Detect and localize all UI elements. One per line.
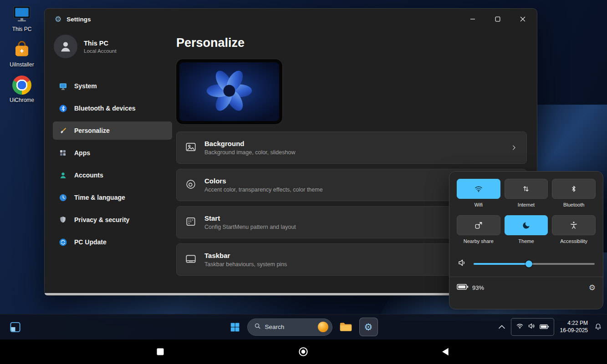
- file-explorer-button[interactable]: [339, 321, 352, 333]
- quick-settings-footer: 93% ⚙: [457, 277, 596, 298]
- bluetooth-icon: [58, 104, 67, 113]
- desktop-icon-this-pc[interactable]: This PC: [5, 4, 39, 32]
- page-title: Personalize: [176, 36, 527, 50]
- desktop-icon-uichrome[interactable]: UiChrome: [5, 75, 39, 103]
- titlebar[interactable]: ⚙ Settings: [45, 9, 537, 30]
- close-button[interactable]: [516, 12, 530, 26]
- taskbar-clock[interactable]: 4:22 PM 16-09-2025: [560, 320, 588, 334]
- sidebar-item-apps[interactable]: Apps: [53, 144, 172, 162]
- gear-icon: ⚙: [364, 322, 373, 333]
- nearby-share-icon: [474, 221, 483, 230]
- installer-bag-icon: [11, 39, 33, 60]
- account-type: Local Account: [84, 48, 117, 54]
- recents-square-icon: [157, 349, 164, 355]
- sidebar-item-pc-update[interactable]: PC Update: [53, 233, 172, 251]
- quick-settings-tiles: Wifi Internet Bluetooth Nearby share: [457, 179, 596, 252]
- sidebar-item-personalize[interactable]: Personalize: [53, 121, 172, 140]
- moon-icon: [522, 221, 530, 230]
- start-button[interactable]: [230, 322, 240, 333]
- theme-tile[interactable]: [505, 215, 548, 235]
- desktop: This PC UiInstaller UiChrome ⚙ Settin: [0, 0, 607, 364]
- sidebar-item-label: Bluetooth & devices: [74, 105, 136, 112]
- sidebar-item-label: System: [74, 82, 97, 90]
- quick-settings-panel: Wifi Internet Bluetooth Nearby share: [449, 171, 603, 309]
- volume-control: [458, 258, 595, 269]
- row-title: Colors: [204, 177, 323, 185]
- clock-date: 16-09-2025: [560, 327, 588, 334]
- sidebar-item-privacy-security[interactable]: Privacy & security: [53, 211, 172, 229]
- home-button[interactable]: [298, 347, 309, 357]
- sidebar-item-label: Privacy & security: [74, 216, 129, 223]
- clock-icon: [58, 193, 67, 202]
- settings-taskbar-button[interactable]: ⚙: [359, 318, 378, 336]
- maximize-button[interactable]: [491, 12, 505, 26]
- tile-label: Bluetooth: [552, 202, 596, 207]
- row-subtitle: Config StartMenu pattern and layout: [204, 224, 296, 230]
- widgets-button[interactable]: [9, 321, 21, 333]
- speaker-icon: [528, 322, 536, 332]
- avatar: [54, 35, 77, 58]
- sidebar-item-label: Apps: [74, 149, 90, 157]
- accessibility-tile[interactable]: [552, 215, 596, 235]
- clock-time: 4:22 PM: [560, 320, 588, 327]
- row-subtitle: Accent color, transparency effects, colo…: [204, 187, 323, 193]
- tray-chevron-up-icon[interactable]: [499, 325, 505, 329]
- desktop-icon-label: UiChrome: [5, 97, 39, 103]
- apps-icon: [58, 148, 67, 157]
- gear-icon[interactable]: ⚙: [589, 283, 596, 293]
- sidebar-item-label: Accounts: [74, 172, 103, 179]
- network-volume-battery-group[interactable]: [511, 318, 554, 336]
- brush-icon: [58, 126, 67, 135]
- desktop-icon-uiinstaller[interactable]: UiInstaller: [5, 39, 39, 68]
- colors-icon: [185, 178, 197, 192]
- sidebar-item-system[interactable]: System: [53, 77, 172, 95]
- sidebar-item-bluetooth-devices[interactable]: Bluetooth & devices: [53, 99, 172, 117]
- nearby-share-tile[interactable]: [457, 215, 500, 235]
- row-title: Background: [204, 140, 295, 147]
- recents-button[interactable]: [157, 349, 164, 355]
- sidebar-item-time-language[interactable]: Time & language: [53, 188, 172, 207]
- person-icon: [59, 40, 72, 53]
- account-card: This PC Local Account: [53, 35, 172, 58]
- wifi-tile[interactable]: [457, 179, 500, 199]
- battery-percent: 93%: [472, 284, 484, 291]
- minimize-button[interactable]: [466, 12, 479, 26]
- home-circle-icon: [298, 347, 309, 357]
- desktop-icon-label: This PC: [5, 26, 39, 32]
- tile-label: Nearby share: [457, 238, 500, 244]
- start-menu-icon: [185, 216, 197, 229]
- volume-slider-thumb[interactable]: [525, 260, 532, 267]
- row-title: Start: [204, 214, 296, 222]
- speaker-icon: [458, 258, 467, 269]
- back-button[interactable]: [442, 348, 449, 356]
- close-icon: [520, 16, 525, 22]
- wifi-icon: [474, 184, 483, 193]
- windows-logo-icon: [230, 322, 240, 333]
- battery-icon: [457, 283, 469, 292]
- accounts-icon: [58, 171, 67, 180]
- folder-icon: [339, 321, 352, 333]
- chrome-icon: [11, 75, 33, 96]
- settings-app-icon: ⚙: [55, 15, 61, 23]
- sidebar-item-label: Personalize: [74, 127, 110, 134]
- taskbar-settings-icon: [185, 253, 197, 267]
- bluetooth-tile[interactable]: [552, 179, 596, 199]
- android-nav-bar: [0, 339, 607, 364]
- search-box[interactable]: Search: [247, 318, 332, 336]
- notifications-bell-icon[interactable]: [594, 323, 602, 331]
- settings-row-background[interactable]: Background Background image, color, slid…: [176, 131, 527, 164]
- desktop-icon-label: UiInstaller: [5, 61, 39, 68]
- settings-sidebar: This PC Local Account System Bluetooth &…: [53, 35, 172, 255]
- sidebar-item-label: PC Update: [74, 238, 107, 246]
- sidebar-item-label: Time & language: [74, 194, 125, 201]
- chevron-right-icon: [510, 144, 517, 151]
- account-name: This PC: [84, 40, 117, 47]
- minimize-icon: [470, 16, 475, 22]
- sidebar-item-accounts[interactable]: Accounts: [53, 166, 172, 184]
- maximize-icon: [495, 16, 500, 22]
- internet-tile[interactable]: [505, 179, 548, 199]
- row-subtitle: Taskbar behaviours, system pins: [204, 261, 287, 268]
- wifi-icon: [516, 322, 524, 332]
- this-pc-icon: [11, 4, 33, 25]
- volume-slider[interactable]: [474, 260, 595, 268]
